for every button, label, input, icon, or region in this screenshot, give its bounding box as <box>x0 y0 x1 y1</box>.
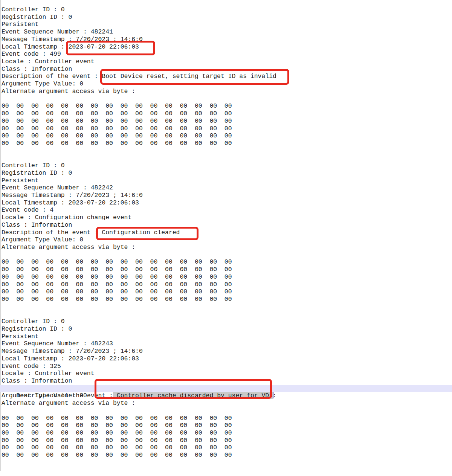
hex-row: 00 00 00 00 00 00 00 00 00 00 00 00 00 0… <box>2 117 452 125</box>
log-line: Locale : Configuration change event <box>2 214 452 221</box>
log-line: Alternate argument access via byte : <box>2 244 452 251</box>
selected-text: Controller cache discarded by user for V… <box>113 392 273 399</box>
hex-row: 00 00 00 00 00 00 00 00 00 00 00 00 00 0… <box>2 281 452 288</box>
log-line-description: Description of the event : Boot Device r… <box>2 73 452 80</box>
log-line: Persistent <box>2 177 452 185</box>
log-line: Event code : 499 <box>2 50 452 58</box>
blank-line <box>2 251 452 259</box>
hex-row: 00 00 00 00 00 00 00 00 00 00 00 00 00 0… <box>2 288 452 296</box>
log-line: Argument Type Value: 0 <box>2 236 452 244</box>
hex-row: 00 00 00 00 00 00 00 00 00 00 00 00 00 0… <box>2 444 452 452</box>
hex-row: 00 00 00 00 00 00 00 00 00 00 00 00 00 0… <box>2 296 452 303</box>
log-line: Controller ID : 0 <box>2 318 452 325</box>
log-line-description: Description of the event : Configuration… <box>2 229 452 236</box>
log-line: Message Timestamp : 7/20/2023 ; 14:6:0 <box>2 192 452 199</box>
log-line: Alternate argument access via byte : <box>2 88 452 95</box>
log-line: Event Sequence Number : 482241 <box>2 28 452 36</box>
description-suffix: : <box>273 392 276 399</box>
log-line: Registration ID : 0 <box>2 325 452 333</box>
log-line-description-selected[interactable]: Description of the event : Controller ca… <box>0 385 452 392</box>
log-line: Local Timestamp : 2023-07-20 22:06:03 <box>2 199 452 207</box>
hex-row: 00 00 00 00 00 00 00 00 00 00 00 00 00 0… <box>2 266 452 273</box>
hex-row: 00 00 00 00 00 00 00 00 00 00 00 00 00 0… <box>2 125 452 133</box>
log-line: Controller ID : 0 <box>2 6 452 14</box>
hex-row: 00 00 00 00 00 00 00 00 00 00 00 00 00 0… <box>2 110 452 117</box>
log-line-local-timestamp: Local Timestamp : 2023-07-20 22:06:03 <box>2 43 452 51</box>
log-line: Persistent <box>2 333 452 340</box>
blank-line <box>2 95 452 103</box>
blank-line <box>2 303 452 311</box>
log-line: Argument Type Value: 0 <box>2 80 452 88</box>
log-line: Persistent <box>2 21 452 28</box>
log-line: Event Sequence Number : 482242 <box>2 184 452 192</box>
log-line: Event code : 4 <box>2 206 452 214</box>
log-line: Controller ID : 0 <box>2 162 452 169</box>
log-line: Locale : Controller event <box>2 58 452 66</box>
log-line: Class : Information <box>2 221 452 229</box>
log-line: Message Timestamp : 7/20/2023 ; 14:6:0 <box>2 36 452 43</box>
hex-row: 00 00 00 00 00 00 00 00 00 00 00 00 00 0… <box>2 102 452 110</box>
log-line: Class : Information <box>2 66 452 73</box>
hex-row: 00 00 00 00 00 00 00 00 00 00 00 00 00 0… <box>2 273 452 281</box>
log-text-area[interactable]: Controller ID : 0 Registration ID : 0 Pe… <box>0 0 452 459</box>
hex-row: 00 00 00 00 00 00 00 00 00 00 00 00 00 0… <box>2 132 452 140</box>
log-line: Registration ID : 0 <box>2 14 452 21</box>
blank-line <box>2 147 452 155</box>
blank-line <box>2 407 452 415</box>
hex-row: 00 00 00 00 00 00 00 00 00 00 00 00 00 0… <box>2 429 452 437</box>
blank-line <box>2 154 452 162</box>
log-line: Registration ID : 0 <box>2 169 452 177</box>
log-line: Local Timestamp : 2023-07-20 22:06:03 <box>2 355 452 363</box>
log-line: Message Timestamp : 7/20/2023 ; 14:6:0 <box>2 348 452 355</box>
hex-row: 00 00 00 00 00 00 00 00 00 00 00 00 00 0… <box>2 258 452 266</box>
hex-row: 00 00 00 00 00 00 00 00 00 00 00 00 00 0… <box>2 437 452 444</box>
log-line: Alternate argument access via byte : <box>2 400 452 407</box>
hex-row: 00 00 00 00 00 00 00 00 00 00 00 00 00 0… <box>2 415 452 422</box>
log-line: Event Sequence Number : 482243 <box>2 340 452 348</box>
hex-row: 00 00 00 00 00 00 00 00 00 00 00 00 00 0… <box>2 140 452 147</box>
log-line: Locale : Controller event <box>2 370 452 377</box>
log-line: Class : Information <box>2 377 452 385</box>
log-line: Event code : 325 <box>2 363 452 370</box>
hex-row: 00 00 00 00 00 00 00 00 00 00 00 00 00 0… <box>2 452 452 459</box>
hex-row: 00 00 00 00 00 00 00 00 00 00 00 00 00 0… <box>2 422 452 429</box>
blank-line <box>2 310 452 318</box>
